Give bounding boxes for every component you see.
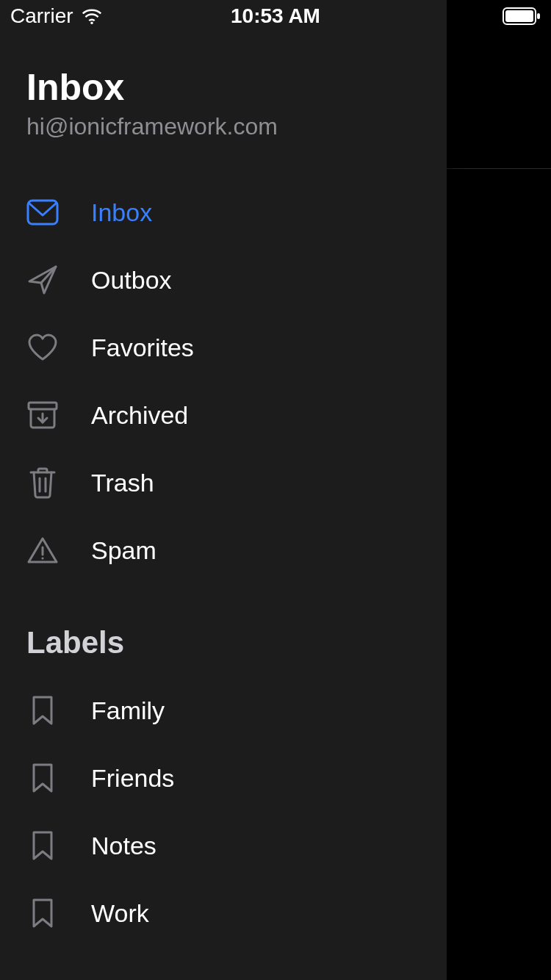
label-item-text: Notes xyxy=(91,832,156,860)
mail-icon xyxy=(26,196,59,228)
status-right xyxy=(503,7,541,25)
labels-header: Labels xyxy=(0,584,447,666)
svg-rect-2 xyxy=(505,10,533,22)
wifi-icon xyxy=(81,8,103,24)
menu-item-label: Archived xyxy=(91,401,188,430)
label-item-text: Friends xyxy=(91,764,174,793)
carrier-label: Carrier xyxy=(10,4,73,28)
bookmark-icon xyxy=(26,897,59,929)
menu-title: Inbox xyxy=(26,66,420,109)
status-time: 10:53 AM xyxy=(231,4,320,28)
menu-subtitle: hi@ionicframework.com xyxy=(26,113,420,140)
status-bar: Carrier 10:53 AM xyxy=(0,0,551,32)
menu-item-label: Favorites xyxy=(91,334,194,362)
menu-item-label: Trash xyxy=(91,469,154,497)
menu-item-label: Spam xyxy=(91,536,156,565)
label-item-work[interactable]: Work xyxy=(0,879,447,947)
label-item-friends[interactable]: Friends xyxy=(0,744,447,812)
svg-rect-4 xyxy=(28,201,57,224)
status-left: Carrier xyxy=(10,4,103,28)
trash-icon xyxy=(26,466,59,499)
label-item-family[interactable]: Family xyxy=(0,677,447,744)
menu-item-label: Outbox xyxy=(91,266,172,295)
main-content xyxy=(447,0,551,980)
warning-icon xyxy=(26,534,59,566)
svg-rect-3 xyxy=(537,13,540,19)
label-item-text: Work xyxy=(91,899,149,928)
side-menu: Inbox hi@ionicframework.com Inbox xyxy=(0,0,447,980)
main-header xyxy=(447,32,551,169)
label-item-notes[interactable]: Notes xyxy=(0,812,447,879)
svg-point-0 xyxy=(90,21,93,24)
menu-item-outbox[interactable]: Outbox xyxy=(0,246,447,314)
menu-item-spam[interactable]: Spam xyxy=(0,516,447,584)
battery-icon xyxy=(503,7,541,25)
menu-item-label: Inbox xyxy=(91,198,152,227)
menu-item-inbox[interactable]: Inbox xyxy=(0,179,447,246)
label-item-text: Family xyxy=(91,696,165,725)
svg-point-10 xyxy=(41,557,43,559)
menu-item-favorites[interactable]: Favorites xyxy=(0,314,447,381)
bookmark-icon xyxy=(26,762,59,794)
archive-icon xyxy=(26,399,59,431)
bookmark-icon xyxy=(26,829,59,862)
paper-plane-icon xyxy=(26,264,59,296)
svg-rect-6 xyxy=(29,403,57,409)
bookmark-icon xyxy=(26,694,59,727)
labels-list: Family Friends Notes xyxy=(0,666,447,947)
menu-list: Inbox Outbox Favorite xyxy=(0,156,447,584)
menu-header: Inbox hi@ionicframework.com xyxy=(0,44,447,156)
menu-item-archived[interactable]: Archived xyxy=(0,381,447,449)
heart-icon xyxy=(26,331,59,364)
menu-item-trash[interactable]: Trash xyxy=(0,449,447,516)
